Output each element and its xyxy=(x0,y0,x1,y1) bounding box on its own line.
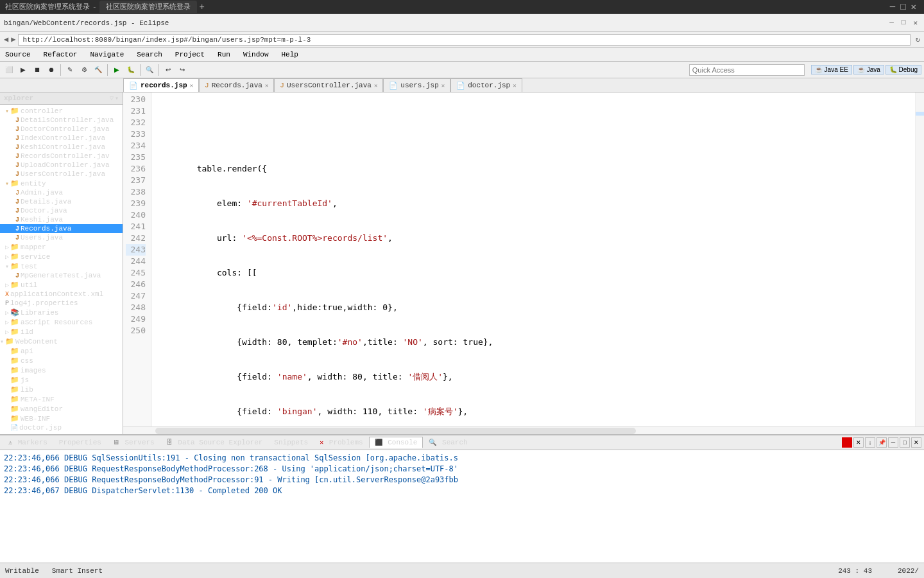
eclipse-min[interactable]: ─ xyxy=(887,19,896,27)
tree-item-userscontroller[interactable]: J UsersController.java xyxy=(0,170,123,179)
menu-help[interactable]: Help xyxy=(278,51,300,58)
tree-item-keshicontroller[interactable]: J KeshiController.java xyxy=(0,143,123,152)
tab-close-records-java[interactable]: ✕ xyxy=(265,82,268,89)
toolbar-btn-7[interactable]: 🔨 xyxy=(92,64,105,76)
tab-users-jsp[interactable]: 📄 users.jsp ✕ xyxy=(383,78,450,92)
tab-records-java[interactable]: J Records.java ✕ xyxy=(199,78,274,92)
toolbar-btn-3[interactable]: ⏹ xyxy=(31,64,44,76)
new-tab-btn[interactable]: + xyxy=(200,2,205,12)
tab-close-records-jsp[interactable]: ✕ xyxy=(190,82,193,89)
panel-pin-btn[interactable]: 📌 xyxy=(877,437,887,448)
tree-item-controller[interactable]: ▾ 📁 controller xyxy=(0,106,123,116)
panel-stop-btn[interactable] xyxy=(842,437,852,448)
menu-source[interactable]: Source xyxy=(3,51,33,58)
perspective-debug[interactable]: 🐛 Debug xyxy=(886,65,921,74)
tab-servers[interactable]: 🖥 Servers xyxy=(107,437,160,448)
menu-run[interactable]: Run xyxy=(215,51,233,58)
tab-console[interactable]: ⬛ Console xyxy=(369,437,424,448)
tree-item-jscript[interactable]: ▷ 📁 aScript Resources xyxy=(0,317,123,327)
tab-close-userscontroller[interactable]: ✕ xyxy=(374,82,377,89)
tree-item-doctor-jsp[interactable]: 📄 doctor.jsp xyxy=(0,423,123,432)
tab-properties[interactable]: Properties xyxy=(53,437,107,448)
menu-project[interactable]: Project xyxy=(173,51,207,58)
tree-item-appcontext[interactable]: X applicationContext.xml xyxy=(0,290,123,299)
tree-item-detailscontroller[interactable]: J DetailsController.java xyxy=(0,116,123,125)
tree-item-build[interactable]: ▷ 📁 ild xyxy=(0,327,123,337)
menu-navigate[interactable]: Navigate xyxy=(87,51,126,58)
tree-item-webinf[interactable]: 📁 WEB-INF xyxy=(0,414,123,423)
menu-search[interactable]: Search xyxy=(134,51,165,58)
panel-minimize-btn[interactable]: ─ xyxy=(888,437,898,448)
tree-item-libraries[interactable]: ▷ 📚 Libraries xyxy=(0,308,123,317)
tab-close-users-jsp[interactable]: ✕ xyxy=(441,82,445,89)
minimize-btn[interactable]: ─ xyxy=(890,2,895,12)
toolbar-debug-btn[interactable]: 🐛 xyxy=(124,64,137,76)
code-editor[interactable]: 230231232233 234235236237 238239240241 2… xyxy=(123,92,924,434)
tree-item-recordscontroller[interactable]: J RecordsController.jav xyxy=(0,152,123,161)
refresh-btn[interactable]: ↻ xyxy=(916,35,920,44)
panel-scroll-btn[interactable]: ↓ xyxy=(865,437,875,448)
quick-access-input[interactable] xyxy=(689,64,805,76)
panel-clear-btn[interactable]: ✕ xyxy=(853,437,864,448)
tab-datasource[interactable]: 🗄 Data Source Explorer xyxy=(160,437,269,448)
tree-item-wangeditor[interactable]: 📁 wangEditor xyxy=(0,404,123,414)
eclipse-close[interactable]: ✕ xyxy=(911,19,920,27)
tree-item-webcontent[interactable]: ▾ 📁 WebContent xyxy=(0,337,123,346)
back-btn[interactable]: ◀ xyxy=(4,35,8,44)
tree-item-admin[interactable]: J Admin.java xyxy=(0,188,123,197)
horizontal-scrollbar[interactable] xyxy=(123,426,924,434)
tree-item-mpgenerate[interactable]: J MpGenerateTest.java xyxy=(0,271,123,280)
tree-item-util[interactable]: ▷ 📁 util xyxy=(0,280,123,290)
toolbar-btn-1[interactable]: ⬜ xyxy=(3,64,15,76)
toolbar-undo[interactable]: ↩ xyxy=(162,64,175,76)
panel-close-btn[interactable]: ✕ xyxy=(911,437,921,448)
toolbar-search-btn[interactable]: 🔍 xyxy=(143,64,156,76)
toolbar-btn-5[interactable]: ✎ xyxy=(64,64,76,76)
tree-item-uploadcontroller[interactable]: J UploadController.java xyxy=(0,161,123,170)
tree-item-details[interactable]: J Details.java xyxy=(0,197,123,206)
url-text[interactable]: http://localhost:8080/bingan/index.jsp#/… xyxy=(22,36,311,44)
code-content[interactable]: 230231232233 234235236237 238239240241 2… xyxy=(123,92,924,426)
tree-item-js[interactable]: 📁 js xyxy=(0,375,123,385)
tree-item-lib[interactable]: 📁 lib xyxy=(0,385,123,394)
tree-item-users[interactable]: J Users.java xyxy=(0,233,123,242)
tree-item-keshi[interactable]: J Keshi.java xyxy=(0,215,123,224)
toolbar-btn-6[interactable]: ⚙ xyxy=(78,64,90,76)
toolbar-redo[interactable]: ↪ xyxy=(176,64,189,76)
tree-item-records[interactable]: J Records.java xyxy=(0,224,123,233)
maximize-btn[interactable]: □ xyxy=(900,2,905,12)
tab-markers[interactable]: ⚠ Markers xyxy=(3,437,53,448)
toolbar-btn-4[interactable]: ⏺ xyxy=(45,64,58,76)
sidebar-menu[interactable]: ▾ xyxy=(115,94,119,102)
tab-problems[interactable]: ✕ Problems xyxy=(314,437,368,448)
tab-userscontroller[interactable]: J UsersController.java ✕ xyxy=(274,78,383,92)
eclipse-max[interactable]: □ xyxy=(899,19,909,27)
code-lines[interactable]: table.render({ elem: '#currentTableId', … xyxy=(151,92,924,426)
tab-snippets[interactable]: Snippets xyxy=(268,437,314,448)
tab-close-doctor-jsp[interactable]: ✕ xyxy=(513,82,516,89)
tree-item-css[interactable]: 📁 css xyxy=(0,356,123,365)
tab-records-jsp[interactable]: 📄 records.jsp ✕ xyxy=(123,78,199,92)
tree-item-log4j[interactable]: P log4j.properties xyxy=(0,299,123,308)
close-btn[interactable]: ✕ xyxy=(911,1,916,12)
tree-item-doctor[interactable]: J Doctor.java xyxy=(0,206,123,215)
tree-item-doctorcontroller[interactable]: J DoctorController.java xyxy=(0,125,123,134)
menu-window[interactable]: Window xyxy=(241,51,271,58)
sidebar-collapse[interactable]: ▽ xyxy=(110,94,114,102)
perspective-java[interactable]: ☕ Java xyxy=(853,65,884,74)
tree-item-metainf[interactable]: 📁 META-INF xyxy=(0,394,123,404)
toolbar-run-btn[interactable]: ▶ xyxy=(110,64,123,76)
menu-refactor[interactable]: Refactor xyxy=(41,51,80,58)
tree-item-service[interactable]: ▷ 📁 service xyxy=(0,252,123,261)
tree-item-images[interactable]: 📁 images xyxy=(0,365,123,375)
tree-item-indexcontroller[interactable]: J IndexController.java xyxy=(0,134,123,143)
tree-item-mapper[interactable]: ▷ 📁 mapper xyxy=(0,242,123,252)
tree-item-test[interactable]: ▾ 📁 test xyxy=(0,261,123,271)
scrollbar-thumb[interactable] xyxy=(155,428,636,434)
tree-item-api[interactable]: 📁 api xyxy=(0,346,123,356)
tab-doctor-jsp[interactable]: 📄 doctor.jsp ✕ xyxy=(450,78,522,92)
perspective-javaee[interactable]: ☕ Java EE xyxy=(811,65,852,74)
tab-search[interactable]: 🔍 Search xyxy=(423,437,473,448)
forward-btn[interactable]: ▶ xyxy=(11,35,15,44)
panel-maximize-btn[interactable]: □ xyxy=(900,437,910,448)
